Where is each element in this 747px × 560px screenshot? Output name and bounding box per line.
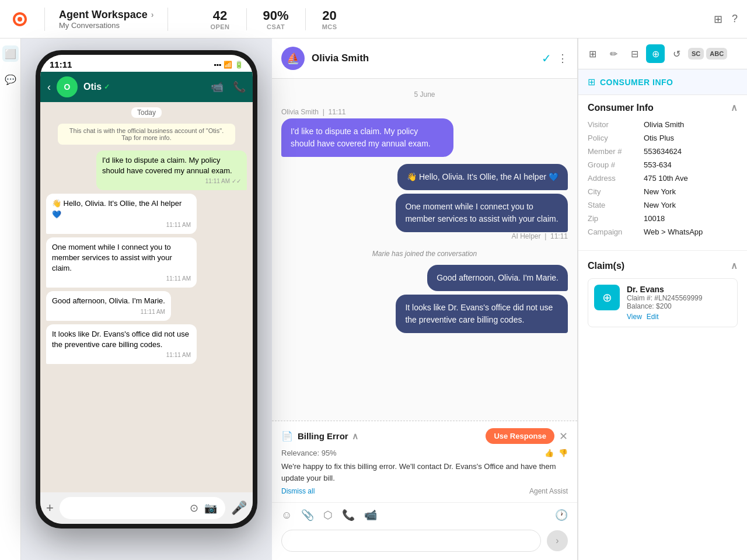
phone-bubble-text-1: I'd like to dispute a claim. My policy s…: [102, 156, 232, 175]
info-label-city: City: [588, 187, 640, 196]
info-value-policy: Otis Plus: [644, 134, 738, 142]
phone-bottom-bar: + ⊙ 📷 🎤: [40, 492, 253, 524]
svg-point-1: [18, 17, 22, 22]
main-layout: ⬜ 💬 11:11 ▪▪▪ 📶 🔋 ‹ O: [0, 38, 747, 560]
info-row-policy: Policy Otis Plus: [588, 134, 738, 142]
info-row-state: State New York: [588, 201, 738, 209]
video-icon[interactable]: 📹: [364, 509, 377, 522]
info-label-policy: Policy: [588, 134, 640, 142]
consumer-info-title: Consumer Info ∧: [588, 102, 738, 113]
stat-mcs-label: MCS: [322, 23, 337, 30]
toolbar-history-button[interactable]: ↺: [667, 44, 686, 63]
header-divider: [44, 8, 45, 31]
phone-call-icon[interactable]: 📞: [233, 80, 246, 93]
chat-input-row: ›: [281, 530, 568, 552]
screen-share-icon[interactable]: ⬡: [323, 509, 333, 522]
phone-chat-area: Today This chat is with the official bus…: [40, 102, 253, 492]
chat-check-icon[interactable]: ✓: [542, 51, 551, 65]
stat-mcs: 20 MCS: [306, 8, 354, 30]
phone-mic-button[interactable]: 🎤: [231, 501, 247, 516]
assist-chevron-icon[interactable]: ∧: [352, 431, 358, 442]
phone-header-icons: 📹 📞: [211, 80, 246, 93]
claim-avatar: ⊕: [594, 285, 620, 310]
thumbs-down-icon[interactable]: 👎: [558, 449, 568, 457]
left-sidebar: ⬜ 💬: [0, 38, 21, 560]
chat-input-area: ›: [272, 525, 577, 560]
toolbar-transfer-button[interactable]: ⊕: [646, 44, 665, 63]
info-value-address: 475 10th Ave: [644, 174, 738, 183]
header-title-block: Agent Workspace › My Conversations: [59, 9, 153, 30]
agent-assist-header: 📄 Billing Error ∧ Use Response ✕: [281, 428, 568, 444]
phone-sticker-icon[interactable]: ⊙: [190, 502, 198, 514]
chat-agent-info-1: AI Helper | 11:11: [511, 232, 568, 240]
chat-more-icon[interactable]: ⋮: [557, 52, 568, 65]
claim-view-link[interactable]: View: [627, 313, 642, 321]
phone-contact-avatar: O: [57, 76, 78, 97]
toolbar-abc-badge[interactable]: ABC: [706, 48, 727, 60]
stat-csat-number: 90%: [263, 8, 289, 23]
toolbar-edit-button[interactable]: ✏: [604, 44, 623, 63]
info-value-group: 553-634: [644, 160, 738, 169]
info-row-campaign: Campaign Web > WhatsApp: [588, 228, 738, 236]
agent-assist-panel: 📄 Billing Error ∧ Use Response ✕ Relevan…: [272, 421, 577, 502]
dismiss-row: Dismiss all Agent Assist: [281, 484, 568, 495]
assist-close-button[interactable]: ✕: [559, 430, 568, 443]
layers-icon[interactable]: ⊞: [714, 13, 722, 26]
chat-system-msg: Marie has joined the conversation: [281, 250, 568, 258]
info-row-group: Group # 553-634: [588, 160, 738, 169]
right-section-header: ⊞ CONSUMER INFO: [578, 69, 747, 95]
chat-input[interactable]: [281, 530, 541, 552]
help-icon[interactable]: ?: [732, 13, 738, 25]
phone-bubble-sent-1: I'd like to dispute a claim. My policy s…: [96, 150, 247, 190]
phone-system-msg: This chat is with the official business …: [58, 124, 235, 145]
claims-collapse-icon[interactable]: ∧: [731, 260, 738, 271]
chat-bubble-agent-2: One moment while I connect you to member…: [396, 194, 568, 232]
chat-bubble-user-1: I'd like to dispute a claim. My policy s…: [281, 118, 453, 157]
phone-bubble-received-1: 👋 Hello, Olivia. It's Ollie, the AI help…: [46, 194, 197, 233]
header-chevron-icon: ›: [151, 10, 154, 19]
toolbar-table-button[interactable]: ⊟: [625, 44, 644, 63]
claim-edit-link[interactable]: Edit: [647, 313, 659, 321]
phone-bubble-text-5: It looks like Dr. Evans's office did not…: [52, 330, 189, 349]
claims-title: Claim(s) ∧: [588, 260, 738, 271]
chat-header: ⛵ Olivia Smith ✓ ⋮: [272, 38, 577, 79]
chat-bubble-agent-3: Good afternoon, Olivia. I'm Marie.: [427, 265, 568, 291]
info-row-zip: Zip 10018: [588, 214, 738, 223]
phone-icon[interactable]: 📞: [342, 509, 355, 522]
phone-video-icon[interactable]: 📹: [211, 80, 224, 93]
emoji-icon[interactable]: ☺: [281, 509, 292, 522]
chat-bubble-agent-1: 👋 Hello, Olivia. It's Ollie, the AI help…: [397, 164, 568, 190]
toolbar-sc-badge[interactable]: SC: [688, 48, 704, 60]
use-response-button[interactable]: Use Response: [486, 428, 554, 444]
agent-assist-label: Agent Assist: [529, 487, 568, 495]
claim-actions: View Edit: [627, 313, 731, 321]
phone-plus-button[interactable]: +: [46, 501, 54, 516]
phone-bubble-time-2: 11:11 AM: [52, 221, 191, 229]
thumbs-up-icon[interactable]: 👍: [544, 449, 554, 457]
wifi-icon: 📶: [224, 61, 232, 69]
phone-bubble-text-4: Good afternoon, Olivia. I'm Marie.: [52, 296, 165, 305]
clock-icon[interactable]: 🕐: [555, 509, 568, 522]
claim-info: Dr. Evans Claim #: #LN245569999 Balance:…: [627, 285, 731, 321]
consumer-info-collapse-icon[interactable]: ∧: [731, 102, 738, 113]
assist-relevance: Relevance: 95% 👍 👎: [281, 449, 568, 457]
stat-open-number: 42: [213, 8, 227, 23]
sidebar-icon-chat[interactable]: 💬: [2, 71, 19, 88]
attachment-icon[interactable]: 📎: [301, 509, 314, 522]
phone-camera-icon[interactable]: 📷: [204, 502, 217, 514]
chat-sender-info-1: Olivia Smith | 11:11: [281, 108, 568, 116]
phone-back-button[interactable]: ‹: [47, 81, 51, 93]
claim-number: Claim #: #LN245569999: [627, 294, 731, 302]
app-title: Agent Workspace: [59, 9, 148, 21]
right-panel: ⊞ ✏ ⊟ ⊕ ↺ SC ABC ⊞ CONSUMER INFO Consume…: [578, 38, 747, 560]
section-divider: [578, 250, 747, 251]
dismiss-all-button[interactable]: Dismiss all: [281, 487, 315, 495]
sidebar-icon-screen[interactable]: ⬜: [2, 46, 19, 62]
toolbar-grid-button[interactable]: ⊞: [583, 44, 602, 63]
chat-send-button[interactable]: ›: [547, 530, 568, 551]
assist-text: We're happy to fix this billing error. W…: [281, 461, 568, 484]
phone-area: 11:11 ▪▪▪ 📶 🔋 ‹ O Otis ✓: [21, 38, 272, 560]
chat-panel: ⛵ Olivia Smith ✓ ⋮ 5 June Olivia Smith |…: [272, 38, 578, 560]
phone-bubble-text-3: One moment while I connect you to member…: [52, 243, 172, 272]
phone-input-area: ⊙ 📷: [60, 497, 225, 519]
